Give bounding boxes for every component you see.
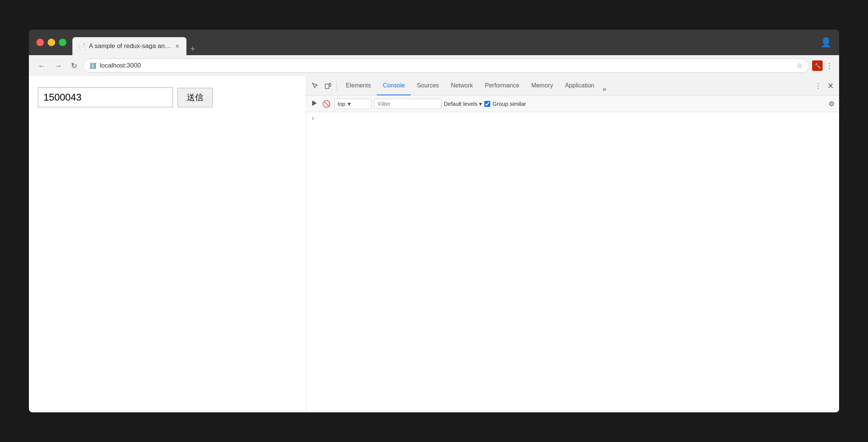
bookmark-icon[interactable]: ☆ [797, 62, 803, 70]
devtools-tabs: Elements Console Sources Network Perform… [340, 76, 811, 95]
group-similar-text: Group similar [493, 101, 526, 107]
new-tab-button[interactable]: + [186, 42, 199, 55]
main-area: 送信 [29, 76, 839, 412]
profile-icon[interactable]: 👤 [820, 37, 832, 48]
console-content: › [306, 112, 839, 412]
nav-bar: ← → ↻ ℹ️ localhost:3000 ☆ 🔧 ⋮ [29, 55, 839, 76]
address-text: localhost:3000 [100, 62, 793, 69]
number-input[interactable] [38, 87, 173, 107]
default-levels-label: Default levels [444, 101, 478, 107]
tab-application[interactable]: Application [559, 76, 600, 95]
security-icon: ℹ️ [90, 63, 96, 69]
tab-elements[interactable]: Elements [340, 76, 377, 95]
submit-button[interactable]: 送信 [177, 88, 213, 107]
tab-bar: 📄 A sample of redux-saga and re ✕ + [72, 30, 814, 55]
console-play-button[interactable] [309, 99, 318, 109]
group-similar-label[interactable]: Group similar [484, 101, 526, 107]
default-levels-button[interactable]: Default levels ▾ [444, 101, 482, 107]
page-form: 送信 [38, 87, 297, 107]
console-prompt[interactable]: › [311, 115, 835, 122]
default-levels-arrow: ▾ [479, 101, 482, 107]
tab-network[interactable]: Network [445, 76, 479, 95]
tab-performance[interactable]: Performance [479, 76, 526, 95]
svg-rect-1 [329, 83, 331, 86]
tab-page-icon: 📄 [78, 43, 86, 50]
more-tabs-button[interactable]: » [600, 83, 608, 95]
page-content: 送信 [29, 76, 306, 412]
console-clear-button[interactable]: 🚫 [321, 98, 332, 110]
console-toolbar: 🚫 top ▾ Default levels ▾ Group similar ⚙ [306, 96, 839, 112]
svg-marker-2 [312, 101, 316, 105]
devtools-close-button[interactable]: ✕ [825, 79, 836, 93]
close-button[interactable] [36, 39, 44, 46]
tab-console[interactable]: Console [377, 76, 411, 95]
reload-button[interactable]: ↻ [68, 59, 80, 72]
devtools-panel: Elements Console Sources Network Perform… [306, 76, 839, 412]
devtools-more-button[interactable]: ⋮ [812, 80, 824, 92]
tab-memory[interactable]: Memory [525, 76, 559, 95]
inspect-element-button[interactable] [309, 80, 321, 92]
minimize-button[interactable] [48, 39, 55, 46]
group-similar-checkbox[interactable] [484, 101, 490, 107]
toolbar-divider [336, 81, 337, 90]
prompt-chevron-icon: › [311, 115, 315, 122]
console-context-select[interactable]: top ▾ [334, 99, 372, 109]
device-toggle-button[interactable] [322, 80, 333, 92]
context-dropdown-icon: ▾ [348, 101, 351, 107]
address-bar[interactable]: ℹ️ localhost:3000 ☆ [83, 59, 809, 73]
tab-title: A sample of redux-saga and re [89, 42, 171, 50]
extension-icon[interactable]: 🔧 [812, 60, 823, 71]
maximize-button[interactable] [59, 39, 66, 46]
svg-rect-0 [325, 84, 329, 89]
traffic-lights [36, 39, 66, 46]
tab-close-button[interactable]: ✕ [174, 42, 180, 50]
browser-menu-button[interactable]: ⋮ [826, 61, 833, 70]
browser-tab[interactable]: 📄 A sample of redux-saga and re ✕ [72, 37, 186, 55]
console-context-text: top [338, 101, 345, 107]
title-bar: 📄 A sample of redux-saga and re ✕ + 👤 [29, 30, 839, 55]
devtools-toolbar: Elements Console Sources Network Perform… [306, 76, 839, 96]
browser-window: 📄 A sample of redux-saga and re ✕ + 👤 ← … [29, 30, 839, 412]
forward-button[interactable]: → [51, 59, 65, 72]
back-button[interactable]: ← [35, 59, 48, 72]
tab-sources[interactable]: Sources [411, 76, 445, 95]
console-settings-button[interactable]: ⚙ [827, 98, 836, 110]
console-filter-input[interactable] [374, 99, 442, 109]
